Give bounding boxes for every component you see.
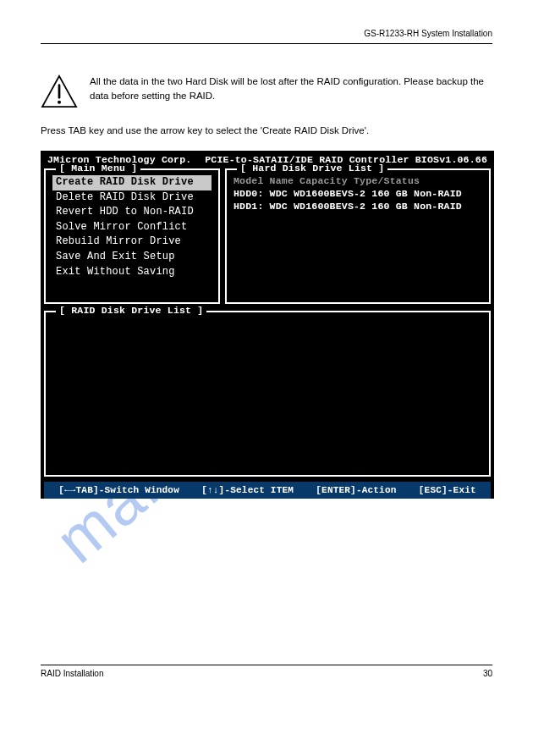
menu-item-exit-no-save[interactable]: Exit Without Saving — [52, 265, 212, 280]
footer-page-number: 30 — [483, 669, 492, 678]
hdd-columns-header: Model Name Capacity Type/Status — [234, 175, 482, 188]
raid-drive-list-panel: [ RAID Disk Drive List ] — [44, 311, 491, 477]
menu-item-solve-mirror[interactable]: Solve Mirror Conflict — [52, 220, 212, 235]
document-page: GS-R1233-RH System Installation All the … — [0, 0, 533, 702]
menu-item-create-raid[interactable]: Create RAID Disk Drive — [52, 175, 212, 190]
bios-screen: JMicron Technology Corp. PCIE-to-SATAII/… — [41, 151, 494, 499]
intro-text: Press TAB key and use the arrow key to s… — [41, 125, 492, 135]
warning-block: All the data in the two Hard Disk will b… — [41, 74, 492, 112]
menu-item-delete-raid[interactable]: Delete RAID Disk Drive — [52, 190, 212, 206]
hdd-row: HDD0: WDC WD1600BEVS-2 160 GB Non-RAID — [234, 188, 482, 201]
menu-item-save-exit[interactable]: Save And Exit Setup — [52, 250, 212, 265]
page-header: GS-R1233-RH System Installation — [41, 29, 492, 38]
hdd-list-legend: [ Hard Disk Drive List ] — [237, 163, 387, 175]
hint-tab-switch: [←→TAB]-Switch Window — [58, 484, 179, 496]
warning-text: All the data in the two Hard Disk will b… — [90, 74, 492, 102]
menu-item-rebuild-mirror[interactable]: Rebuild Mirror Drive — [52, 235, 212, 250]
footer-left-text: RAID Installation — [41, 669, 103, 678]
bios-top-panels: [ Main Menu ] Create RAID Disk Drive Del… — [44, 168, 491, 304]
warning-icon — [41, 74, 78, 112]
main-menu-panel: [ Main Menu ] Create RAID Disk Drive Del… — [44, 168, 220, 304]
page-footer: RAID Installation 30 — [41, 669, 492, 678]
main-menu-legend: [ Main Menu ] — [56, 163, 140, 175]
hint-esc-exit: [ESC]-Exit — [419, 484, 476, 496]
hdd-list-panel: [ Hard Disk Drive List ] Model Name Capa… — [225, 168, 491, 304]
hint-enter-action: [ENTER]-Action — [316, 484, 396, 496]
footer-rule — [41, 665, 492, 665]
hint-arrows-select: [↑↓]-Select ITEM — [201, 484, 294, 496]
raid-list-legend: [ RAID Disk Drive List ] — [56, 305, 206, 317]
main-menu-list: Create RAID Disk Drive Delete RAID Disk … — [52, 175, 212, 279]
header-rule — [41, 43, 492, 44]
menu-item-revert-hdd[interactable]: Revert HDD to Non-RAID — [52, 205, 212, 220]
svg-point-2 — [58, 101, 61, 104]
bios-status-bar: [←→TAB]-Switch Window [↑↓]-Select ITEM [… — [44, 482, 491, 499]
hdd-row: HDD1: WDC WD1600BEVS-2 160 GB Non-RAID — [234, 201, 482, 213]
header-right-text: GS-R1233-RH System Installation — [364, 29, 492, 38]
